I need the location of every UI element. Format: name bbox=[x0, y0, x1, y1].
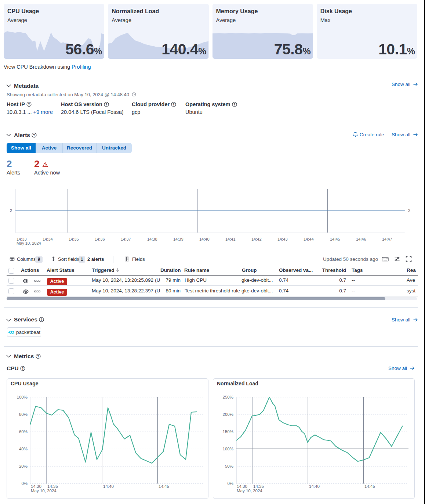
svg-text:?: ? bbox=[33, 133, 35, 137]
svg-text:50%: 50% bbox=[225, 464, 233, 468]
svg-text:?: ? bbox=[172, 102, 174, 106]
svg-text:14:45: 14:45 bbox=[364, 484, 375, 489]
svg-text:0%: 0% bbox=[227, 481, 233, 486]
svg-text:100%: 100% bbox=[17, 395, 28, 399]
svg-text:40%: 40% bbox=[19, 447, 28, 451]
svg-text:200%: 200% bbox=[223, 412, 233, 417]
svg-text:14:40: 14:40 bbox=[309, 484, 320, 489]
svg-text:14:45: 14:45 bbox=[159, 484, 169, 489]
svg-text:14:35: 14:35 bbox=[47, 484, 58, 489]
svg-text:?: ? bbox=[233, 102, 235, 106]
svg-text:250%: 250% bbox=[223, 395, 233, 399]
svg-text:150%: 150% bbox=[223, 429, 233, 434]
svg-text:14:35: 14:35 bbox=[253, 484, 264, 489]
svg-text:14:40: 14:40 bbox=[103, 484, 114, 489]
svg-text:?: ? bbox=[37, 354, 39, 358]
svg-text:May 10, 2024: May 10, 2024 bbox=[237, 489, 262, 493]
svg-text:?: ? bbox=[40, 318, 42, 321]
svg-text:?: ? bbox=[28, 102, 30, 106]
svg-text:100%: 100% bbox=[223, 447, 233, 451]
svg-text:?: ? bbox=[22, 367, 23, 370]
svg-text:20%: 20% bbox=[19, 464, 28, 468]
svg-text:60%: 60% bbox=[19, 429, 28, 434]
svg-text:14:30: 14:30 bbox=[31, 484, 41, 489]
svg-text:0%: 0% bbox=[21, 481, 28, 486]
svg-text:?: ? bbox=[105, 102, 107, 106]
svg-text:May 10, 2024: May 10, 2024 bbox=[31, 489, 57, 493]
svg-text:80%: 80% bbox=[19, 412, 28, 417]
svg-text:14:30: 14:30 bbox=[237, 484, 247, 489]
